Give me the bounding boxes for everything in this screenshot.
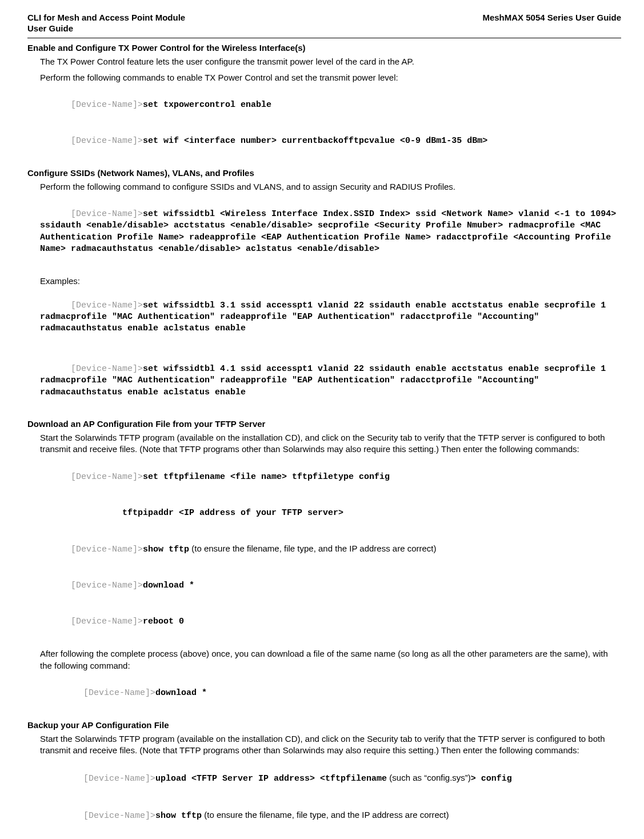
cli-note: (such as “config.sys”) <box>387 773 471 782</box>
cli-line: [Device-Name]>show tftp (to ensure the f… <box>40 532 621 568</box>
cli-prompt: [Device-Name]> <box>71 136 143 146</box>
section-heading-backup: Backup your AP Configuration File <box>27 720 621 730</box>
cli-command: download * <box>143 581 194 590</box>
cli-line: [Device-Name]>download * <box>53 676 621 711</box>
cli-prompt: [Device-Name]> <box>83 688 155 698</box>
section-body-tx-power: The TX Power Control feature lets the us… <box>40 56 621 159</box>
section-body-download: Start the Solarwinds TFTP program (avail… <box>40 432 621 711</box>
paragraph: After following the complete process (ab… <box>40 648 621 672</box>
paragraph: The TX Power Control feature lets the us… <box>40 56 621 67</box>
header-rule <box>27 38 621 38</box>
cli-prompt: [Device-Name]> <box>71 617 143 626</box>
cli-note: (to ensure the filename, file type, and … <box>202 810 449 820</box>
examples-label: Examples: <box>40 275 621 287</box>
paragraph: Perform the following commands to enable… <box>40 72 621 83</box>
cli-command: tftpipaddr <IP address of your TFTP serv… <box>71 508 343 518</box>
cli-line: [Device-Name]>download * <box>40 569 621 604</box>
cli-note: (to ensure the filename, file type, and … <box>189 544 436 553</box>
section-body-backup: Start the Solarwinds TFTP program (avail… <box>40 733 621 840</box>
paragraph: Start the Solarwinds TFTP program (avail… <box>40 733 621 757</box>
section-body-ssid: Perform the following command to configu… <box>40 181 621 410</box>
cli-prompt: [Device-Name]> <box>83 811 155 821</box>
cli-prompt: [Device-Name]> <box>83 774 155 784</box>
section-heading-ssid: Configure SSIDs (Network Names), VLANs, … <box>27 168 621 178</box>
cli-prompt: [Device-Name]> <box>71 472 143 482</box>
cli-block: [Device-Name]>set wifssidtbl <Wireless I… <box>40 197 621 267</box>
section-heading-download: Download an AP Configuration File from y… <box>27 419 621 429</box>
cli-line: [Device-Name]>set tftpfilename <file nam… <box>40 460 621 495</box>
header-left: CLI for Mesh and Access Point Module Use… <box>27 13 185 34</box>
cli-line: tftpipaddr <IP address of your TFTP serv… <box>40 496 621 530</box>
cli-line: [Device-Name]>show tftp (to ensure the f… <box>53 798 621 834</box>
cli-line: [Device-Name]>reboot 0 <box>40 605 621 640</box>
cli-prompt: [Device-Name]> <box>71 364 143 374</box>
header-left-line2: User Guide <box>27 23 73 33</box>
cli-prompt: [Device-Name]> <box>71 209 143 219</box>
cli-command: upload <TFTP Server IP address> <tftpfil… <box>155 774 387 784</box>
cli-line: [Device-Name]>set wif <interface number>… <box>40 124 621 159</box>
cli-command: reboot 0 <box>143 617 184 626</box>
header-right: MeshMAX 5054 Series User Guide <box>482 13 621 23</box>
cli-command: download * <box>155 688 207 698</box>
paragraph: Perform the following command to configu… <box>40 181 621 193</box>
cli-prompt: [Device-Name]> <box>71 545 143 554</box>
cli-prompt: [Device-Name]> <box>71 100 143 110</box>
paragraph: Start the Solarwinds TFTP program (avail… <box>40 432 621 456</box>
cli-block: [Device-Name]>set wifssidtbl 4.1 ssid ac… <box>40 352 621 410</box>
cli-command: show tftp <box>143 545 189 554</box>
cli-line: [Device-Name]>set txpowercontrol enable <box>40 88 621 123</box>
cli-command: > config <box>471 774 512 784</box>
cli-block: [Device-Name]>set wifssidtbl 3.1 ssid ac… <box>40 289 621 346</box>
cli-prompt: [Device-Name]> <box>71 581 143 590</box>
cli-command: set wif <interface number> currentbackof… <box>143 136 487 146</box>
cli-command: show tftp <box>155 811 202 821</box>
cli-command: set txpowercontrol enable <box>143 100 271 110</box>
cli-command: set tftpfilename <file name> tftpfiletyp… <box>143 472 390 482</box>
page-header: CLI for Mesh and Access Point Module Use… <box>27 13 621 34</box>
header-left-line1: CLI for Mesh and Access Point Module <box>27 13 185 22</box>
cli-prompt: [Device-Name]> <box>71 301 143 310</box>
cli-line: [Device-Name]>upload <TFTP Server IP add… <box>53 761 621 797</box>
section-heading-tx-power: Enable and Configure TX Power Control fo… <box>27 43 621 53</box>
